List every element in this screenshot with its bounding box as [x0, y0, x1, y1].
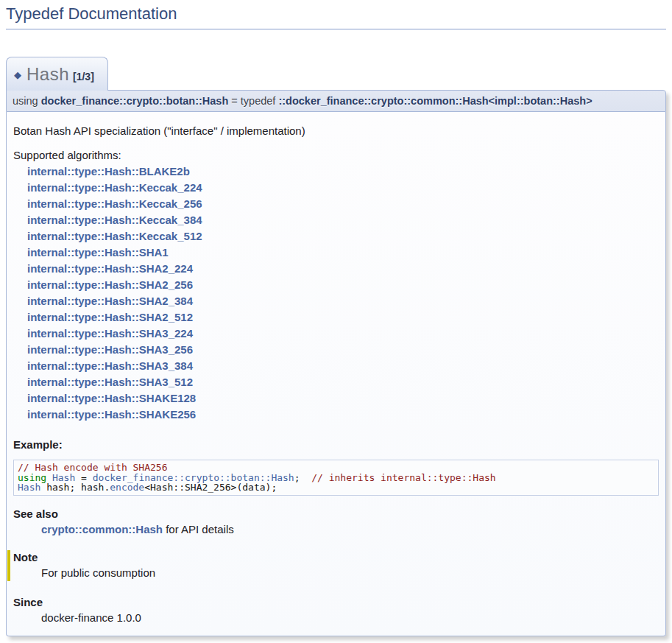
member-declaration: using docker_finance::crypto::botan::Has…	[6, 90, 666, 112]
algorithm-link[interactable]: internal::type::Hash::SHA2_384	[27, 295, 193, 307]
list-item: internal::type::Hash::SHA2_384	[27, 293, 659, 309]
algorithm-link[interactable]: internal::type::Hash::Keccak_256	[27, 197, 202, 210]
see-also-link[interactable]: crypto::common::Hash	[41, 523, 163, 535]
code-link-hash[interactable]: Hash	[18, 482, 40, 493]
algorithm-list: internal::type::Hash::BLAKE2b internal::…	[27, 164, 659, 423]
declaration-equals-typedef: = typedef	[228, 95, 278, 107]
supported-algorithms-label: Supported algorithms:	[13, 147, 659, 164]
algorithm-link[interactable]: internal::type::Hash::SHA3_384	[27, 359, 193, 372]
algorithm-link[interactable]: internal::type::Hash::Keccak_224	[27, 181, 202, 194]
declaration-target-type: ::docker_finance::crypto::common::Hash<i…	[278, 95, 592, 107]
algorithm-link[interactable]: internal::type::Hash::SHA1	[27, 246, 169, 259]
algorithm-link[interactable]: internal::type::Hash::Keccak_384	[27, 214, 202, 226]
algorithm-link[interactable]: internal::type::Hash::SHA2_512	[27, 311, 193, 323]
member-name: Hash	[26, 64, 69, 84]
example-label: Example:	[13, 438, 659, 451]
list-item: internal::type::Hash::SHA3_512	[27, 374, 659, 390]
member-doc: Botan Hash API specialization ("interfac…	[6, 112, 666, 636]
code-line: // Hash encode with SHA256	[18, 463, 654, 473]
list-item: internal::type::Hash::Keccak_512	[27, 228, 659, 245]
note-label: Note	[13, 551, 659, 563]
declaration-using-keyword: using	[13, 95, 41, 107]
list-item: internal::type::Hash::SHAKE128	[27, 390, 659, 407]
note-section: Note For public consumption	[7, 550, 659, 581]
code-text: ;	[294, 472, 311, 483]
code-text: <Hash::SHA2_256>(data);	[144, 482, 277, 493]
list-item: internal::type::Hash::BLAKE2b	[27, 164, 659, 180]
code-text: hash; hash.	[40, 482, 110, 493]
member-tab: ◆Hash[1/3]	[6, 57, 108, 91]
declaration-typedef-name: docker_finance::crypto::botan::Hash	[41, 95, 229, 107]
list-item: internal::type::Hash::SHAKE256	[27, 407, 659, 423]
algorithm-link[interactable]: internal::type::Hash::SHA3_512	[27, 376, 193, 388]
note-text: For public consumption	[41, 566, 659, 579]
list-item: internal::type::Hash::SHA3_256	[27, 342, 659, 358]
list-item: internal::type::Hash::SHA3_384	[27, 358, 659, 374]
see-also-label: See also	[13, 507, 659, 520]
algorithm-link[interactable]: internal::type::Hash::SHA2_256	[27, 278, 193, 291]
list-item: internal::type::Hash::Keccak_256	[27, 196, 659, 212]
algorithm-link[interactable]: internal::type::Hash::SHAKE128	[27, 392, 196, 404]
code-comment: // inherits internal::type::Hash	[311, 472, 495, 483]
algorithm-link[interactable]: internal::type::Hash::SHA2_224	[27, 262, 193, 275]
list-item: internal::type::Hash::SHA1	[27, 245, 659, 261]
list-item: internal::type::Hash::Keccak_384	[27, 212, 659, 228]
code-line: using Hash = docker_finance::crypto::bot…	[18, 473, 654, 483]
code-link-encode[interactable]: encode	[110, 482, 144, 493]
see-also-suffix: for API details	[163, 523, 234, 535]
list-item: internal::type::Hash::SHA2_224	[27, 261, 659, 277]
page-title: Typedef Documentation	[6, 0, 666, 29]
see-also-section: See also crypto::common::Hash for API de…	[13, 507, 659, 535]
member-overload-badge: [1/3]	[73, 71, 94, 82]
algorithm-link[interactable]: internal::type::Hash::SHAKE256	[27, 408, 196, 421]
see-also-content: crypto::common::Hash for API details	[41, 523, 659, 535]
permalink-diamond-icon[interactable]: ◆	[14, 69, 21, 80]
list-item: internal::type::Hash::SHA3_224	[27, 326, 659, 342]
member-description: Botan Hash API specialization ("interfac…	[13, 124, 659, 137]
code-example-block: // Hash encode with SHA256 using Hash = …	[13, 460, 659, 496]
documentation-page: Typedef Documentation ◆Hash[1/3] using d…	[0, 0, 672, 636]
since-text: docker-finance 1.0.0	[41, 611, 659, 624]
member-item: using docker_finance::crypto::botan::Has…	[6, 90, 666, 636]
algorithm-link[interactable]: internal::type::Hash::Keccak_512	[27, 230, 202, 242]
list-item: internal::type::Hash::SHA2_256	[27, 277, 659, 293]
list-item: internal::type::Hash::SHA2_512	[27, 309, 659, 326]
since-section: Since docker-finance 1.0.0	[13, 596, 659, 624]
code-line: Hash hash; hash.encode<Hash::SHA2_256>(d…	[18, 482, 654, 493]
algorithm-link[interactable]: internal::type::Hash::SHA3_256	[27, 343, 193, 356]
algorithm-link[interactable]: internal::type::Hash::BLAKE2b	[27, 165, 190, 178]
since-label: Since	[13, 596, 659, 608]
supported-algorithms-section: Supported algorithms: internal::type::Ha…	[13, 147, 659, 423]
algorithm-link[interactable]: internal::type::Hash::SHA3_224	[27, 327, 193, 340]
list-item: internal::type::Hash::Keccak_224	[27, 180, 659, 196]
